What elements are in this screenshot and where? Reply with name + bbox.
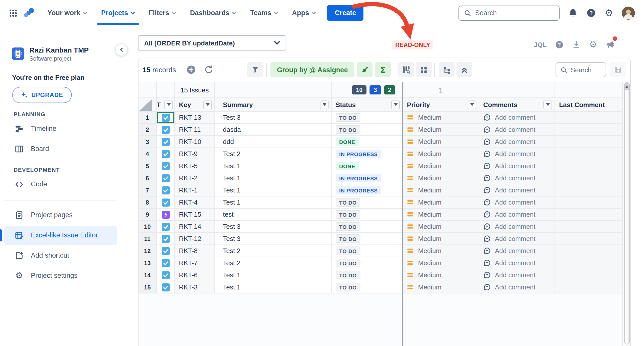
status-cell[interactable]: IN PROGRESS bbox=[332, 148, 403, 160]
column-header-comments[interactable]: Comments bbox=[479, 98, 555, 112]
issue-type-cell[interactable] bbox=[157, 160, 175, 172]
sidebar-collapse-button[interactable] bbox=[115, 43, 128, 56]
priority-cell[interactable]: Medium bbox=[403, 257, 479, 269]
summary-cell[interactable]: Test 1 bbox=[215, 160, 332, 172]
sidebar-item-add-shortcut[interactable]: Add shortcut bbox=[4, 246, 117, 265]
priority-cell[interactable]: Medium bbox=[403, 281, 479, 293]
last-comment-cell[interactable] bbox=[555, 196, 623, 209]
key-cell[interactable]: RKT-15 bbox=[175, 209, 215, 221]
last-comment-cell[interactable] bbox=[555, 148, 623, 160]
sidebar-item-excel-like-issue-editor[interactable]: Excel-like Issue Editor bbox=[4, 226, 117, 245]
row-number-cell[interactable]: 15 bbox=[139, 281, 157, 293]
last-comment-cell[interactable] bbox=[555, 269, 623, 281]
nav-item-dashboards[interactable]: Dashboards bbox=[190, 9, 237, 17]
status-cell[interactable]: DONE bbox=[332, 136, 403, 148]
settings-gear-icon[interactable]: ⚙ bbox=[605, 8, 613, 18]
comments-cell[interactable]: Add comment bbox=[479, 281, 555, 293]
column-header-priority[interactable]: Priority bbox=[403, 98, 479, 112]
column-header-status[interactable]: Status bbox=[332, 98, 403, 112]
comments-cell[interactable]: Add comment bbox=[479, 233, 555, 245]
comments-cell[interactable]: Add comment bbox=[479, 112, 555, 124]
saved-filter-select[interactable]: All (ORDER BY updatedDate) bbox=[138, 35, 286, 51]
announcements-megaphone-icon[interactable] bbox=[606, 40, 616, 49]
column-filter-dropdown-button[interactable] bbox=[391, 100, 400, 109]
summary-cell[interactable]: Test 1 bbox=[215, 196, 332, 209]
status-cell[interactable]: TO DO bbox=[332, 196, 403, 209]
priority-cell[interactable]: Medium bbox=[403, 221, 479, 233]
key-cell[interactable]: RKT-3 bbox=[175, 281, 215, 293]
summary-cell[interactable]: ddd bbox=[215, 136, 332, 148]
column-header-summary[interactable]: Summary bbox=[215, 98, 332, 112]
status-cell[interactable]: TO DO bbox=[332, 124, 403, 136]
summary-cell[interactable]: Test 2 bbox=[215, 245, 332, 257]
comments-cell[interactable]: Add comment bbox=[479, 136, 555, 148]
help-circle-icon[interactable]: ? bbox=[555, 40, 564, 49]
add-record-button[interactable] bbox=[187, 65, 196, 74]
row-number-cell[interactable]: 12 bbox=[139, 245, 157, 257]
row-number-cell[interactable]: 10 bbox=[139, 221, 157, 233]
sum-button[interactable]: Σ bbox=[375, 62, 391, 77]
upgrade-button[interactable]: UPGRADE bbox=[12, 87, 72, 103]
scrollbar-track[interactable] bbox=[624, 82, 630, 344]
project-header[interactable]: Razi Kanban TMP Software project bbox=[0, 26, 121, 62]
last-comment-cell[interactable] bbox=[555, 124, 623, 136]
global-search-input[interactable]: Search bbox=[458, 5, 560, 20]
comments-cell[interactable]: Add comment bbox=[479, 221, 555, 233]
last-comment-cell[interactable] bbox=[555, 136, 623, 148]
key-cell[interactable]: RKT-5 bbox=[175, 160, 215, 172]
comments-cell[interactable]: Add comment bbox=[479, 184, 555, 196]
column-filter-dropdown-button[interactable] bbox=[164, 100, 173, 109]
nav-item-projects[interactable]: Projects bbox=[101, 9, 135, 17]
help-icon[interactable]: ? bbox=[586, 8, 596, 18]
column-header-key[interactable]: Key bbox=[175, 98, 215, 112]
vertical-scrollbar[interactable] bbox=[623, 82, 630, 346]
comments-cell[interactable]: Add comment bbox=[479, 269, 555, 281]
key-cell[interactable]: RKT-4 bbox=[175, 196, 215, 209]
comments-cell[interactable]: Add comment bbox=[479, 257, 555, 269]
jira-logo-icon[interactable] bbox=[23, 7, 34, 18]
row-number-cell[interactable]: 9 bbox=[139, 209, 157, 221]
sidebar-item-board[interactable]: Board bbox=[4, 139, 117, 159]
summary-cell[interactable]: Test 2 bbox=[215, 257, 332, 269]
last-comment-cell[interactable] bbox=[555, 184, 623, 196]
grid-settings-gear-icon[interactable]: ⚙ bbox=[589, 40, 597, 49]
nav-item-apps[interactable]: Apps bbox=[292, 9, 316, 17]
summary-cell[interactable]: Test 1 bbox=[215, 184, 332, 196]
priority-cell[interactable]: Medium bbox=[403, 184, 479, 196]
priority-cell[interactable]: Medium bbox=[403, 209, 479, 221]
selected-cell[interactable] bbox=[157, 112, 175, 124]
nav-item-teams[interactable]: Teams bbox=[250, 9, 279, 17]
row-number-cell[interactable]: 7 bbox=[139, 184, 157, 196]
last-comment-cell[interactable] bbox=[555, 221, 623, 233]
format-brush-icon[interactable] bbox=[357, 62, 373, 77]
scrollbar-up-arrow[interactable] bbox=[624, 82, 630, 90]
row-number-cell[interactable]: 1 bbox=[139, 112, 157, 124]
priority-cell[interactable]: Medium bbox=[403, 269, 479, 281]
collapse-all-icon[interactable] bbox=[456, 62, 472, 77]
last-comment-cell[interactable] bbox=[555, 257, 623, 269]
priority-cell[interactable]: Medium bbox=[403, 136, 479, 148]
key-cell[interactable]: RKT-1 bbox=[175, 184, 215, 196]
issue-type-cell[interactable] bbox=[157, 269, 175, 281]
issue-type-cell[interactable] bbox=[157, 281, 175, 293]
nav-item-your-work[interactable]: Your work bbox=[48, 9, 87, 17]
key-cell[interactable]: RKT-14 bbox=[175, 221, 215, 233]
group-by-assignee-button[interactable]: Group by @ Assignee bbox=[270, 62, 354, 77]
issue-type-cell[interactable] bbox=[157, 233, 175, 245]
select-all-corner-cell[interactable] bbox=[139, 98, 157, 112]
summary-cell[interactable]: Test 3 bbox=[215, 221, 332, 233]
status-cell[interactable]: TO DO bbox=[332, 233, 403, 245]
column-filter-dropdown-button[interactable] bbox=[543, 100, 552, 109]
status-cell[interactable]: TO DO bbox=[332, 269, 403, 281]
last-comment-cell[interactable] bbox=[555, 245, 623, 257]
row-number-cell[interactable]: 8 bbox=[139, 196, 157, 209]
summary-cell[interactable]: Test 2 bbox=[215, 148, 332, 160]
jql-button[interactable]: JQL bbox=[534, 41, 547, 48]
frozen-pane-divider[interactable] bbox=[402, 82, 403, 346]
priority-cell[interactable]: Medium bbox=[403, 172, 479, 184]
issue-type-cell[interactable] bbox=[157, 136, 175, 148]
priority-cell[interactable]: Medium bbox=[403, 160, 479, 172]
row-number-cell[interactable]: 6 bbox=[139, 172, 157, 184]
priority-cell[interactable]: Medium bbox=[403, 124, 479, 136]
key-cell[interactable]: RKT-13 bbox=[175, 112, 215, 124]
